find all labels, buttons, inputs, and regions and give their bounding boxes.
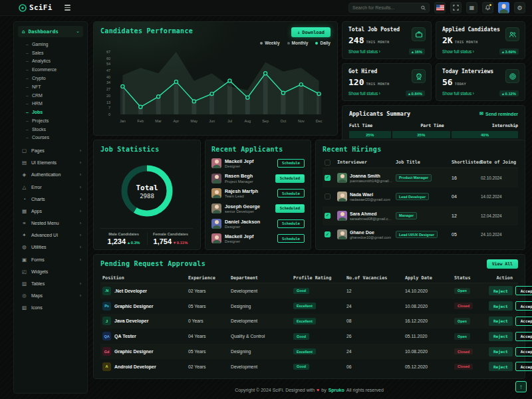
view-all-button[interactable]: View All [487,259,518,269]
reject-button[interactable]: Reject [489,332,513,341]
header: SciFi ▦ [0,0,532,16]
schedule-button[interactable]: Schedule [277,159,305,168]
sidebar-item-icons[interactable]: ▧ Icons [14,302,87,314]
sidebar-item-forms[interactable]: ▣ Forms › [14,253,87,265]
dash-icon: – [26,118,29,123]
scheduled-button[interactable]: Scheduled [275,204,305,213]
summary-segment-full-time[interactable]: 25% [349,131,391,138]
applicant-role: Designer [225,239,253,243]
department: Development [231,364,291,369]
sidebar-item-utilities[interactable]: ◍ Utilities › [14,241,87,253]
scroll-to-top-button[interactable]: ↑ [515,381,527,392]
applicant-name: Mackeil Jepf [225,158,253,164]
show-full-status-link[interactable]: Show full status › [442,49,474,54]
send-reminder-link[interactable]: ✉ Send reminder [479,111,518,116]
user-avatar[interactable] [498,2,509,13]
sidebar-item-apps[interactable]: ▦ Apps › [14,205,87,217]
legend-item-daily[interactable]: Daily [315,41,331,45]
menu-toggle-icon[interactable] [65,5,70,11]
apps-grid-button[interactable]: ▦ [466,2,477,13]
show-full-status-link[interactable]: Show full status › [348,91,380,96]
accept-button[interactable]: Accept [515,362,532,371]
download-button[interactable]: ↓ Download [291,27,331,37]
sidebar-item-hrm[interactable]: – HRM [14,99,87,108]
department: Development [231,319,291,323]
sidebar-item-widgets[interactable]: ◰ Widgets [14,265,87,277]
sidebar-item-dashboards[interactable]: ⌂ Dashboards › [18,26,83,37]
interviewer-avatar [337,229,347,239]
reject-button[interactable]: Reject [489,286,513,295]
accept-button[interactable]: Accept [515,301,532,311]
sidebar-item-sales[interactable]: – Sales [14,49,87,57]
search-box[interactable] [348,3,430,13]
chevron-down-icon: › [75,30,80,33]
recent-applicants-card: Recent Applicants Mackeil Jepf Designer … [205,140,311,250]
summary-segment-internship[interactable]: 40% [452,131,518,138]
accept-button[interactable]: Accept [515,286,532,295]
sidebar-item-courses[interactable]: – Courses [14,134,87,142]
stat-cards: Total Job Posted 248THIS MONTH Show full… [342,21,525,101]
job-title-tag: Lead UI/UX Designer [396,231,438,238]
applicant-name: Mackeil Jepf [225,233,253,239]
language-flag-button[interactable] [434,2,446,13]
reject-button[interactable]: Reject [489,347,513,356]
sidebar-item-advanced-ui[interactable]: ✦ Advanced UI › [14,229,87,241]
schedule-button[interactable]: Schedule [277,219,305,228]
accept-button[interactable]: Accept [515,347,532,356]
sidebar-item-crypto[interactable]: – Crypto [14,74,87,82]
summary-segment-part-time[interactable]: 35% [392,131,451,138]
job-statistics-title: Job Statistics [100,146,194,153]
scheduled-button[interactable]: Scheduled [275,174,305,183]
legend-item-weekly[interactable]: Weekly [260,41,279,45]
sidebar-item-charts[interactable]: ◔ Charts › [14,193,87,205]
schedule-button[interactable]: Schedule [277,234,305,243]
sidebar-item-jobs[interactable]: – Jobs [14,108,87,116]
sidebar-item-nested-menu[interactable]: ≡ Nested Menu › [14,217,87,229]
joining-date: 24.10.2024 [481,232,518,237]
sidebar-item-error[interactable]: △ Error › [14,181,87,193]
row-checkbox[interactable]: ✓ [325,175,331,181]
show-full-status-link[interactable]: Show full status › [442,91,474,96]
sidebar-item-projects[interactable]: – Projects [14,116,87,125]
accept-button[interactable]: Accept [515,332,532,341]
sidebar-item-analytics[interactable]: – Analytics [14,57,87,66]
svg-text:Total: Total [136,184,158,192]
reject-button[interactable]: Reject [489,317,513,326]
search-input[interactable] [352,5,418,10]
reject-button[interactable]: Reject [489,301,513,311]
stat-period: THIS MONTH [366,40,389,44]
sidebar-item-authentication[interactable]: ◈ Authentication › [14,169,87,181]
notifications-button[interactable] [482,2,493,13]
accept-button[interactable]: Accept [515,317,532,326]
apps-grid-icon: ▦ [469,5,475,11]
error-icon: △ [21,184,27,190]
sidebar-item-maps[interactable]: ◎ Maps › [14,290,87,302]
fullscreen-button[interactable] [450,2,462,13]
sidebar-item-ecommerce[interactable]: – Ecommerce [14,65,87,74]
row-checkbox[interactable] [325,194,331,200]
footer-brand-link[interactable]: Spruko [329,388,344,392]
search-icon[interactable] [421,5,426,11]
legend-item-monthly[interactable]: Monthly [287,41,309,45]
sidebar-item-ui-elements[interactable]: ▤ UI Elements › [14,157,87,169]
sidebar-item-stocks[interactable]: – Stocks [14,125,87,134]
female-change: ▾ 0.11% [174,241,188,245]
profile-rating-tag: Excellent [293,348,316,355]
settings-button[interactable]: ⚙ [514,2,525,13]
sidebar-item-nft[interactable]: – NFT [14,82,87,91]
reject-button[interactable]: Reject [489,362,513,371]
sidebar-item-gaming[interactable]: – Gaming [14,40,87,49]
sidebar-item-tables[interactable]: ▥ Tables › [14,277,87,289]
logo[interactable]: SciFi [19,3,53,12]
row-checkbox[interactable]: ✓ [325,231,331,237]
sidebar-item-pages[interactable]: ▢ Pages › [14,144,87,156]
row-checkbox[interactable]: ✓ [325,213,331,219]
show-full-status-link[interactable]: Show full status › [348,49,380,54]
sidebar-item-crm[interactable]: – CRM [14,91,87,100]
select-all-checkbox[interactable] [325,160,331,166]
position-icon: .N [102,287,111,295]
summary-label-part-time: Part Time [420,123,444,128]
applicant-avatar [211,188,221,198]
schedule-button[interactable]: Schedule [277,189,305,198]
column-department: Department [231,275,291,281]
